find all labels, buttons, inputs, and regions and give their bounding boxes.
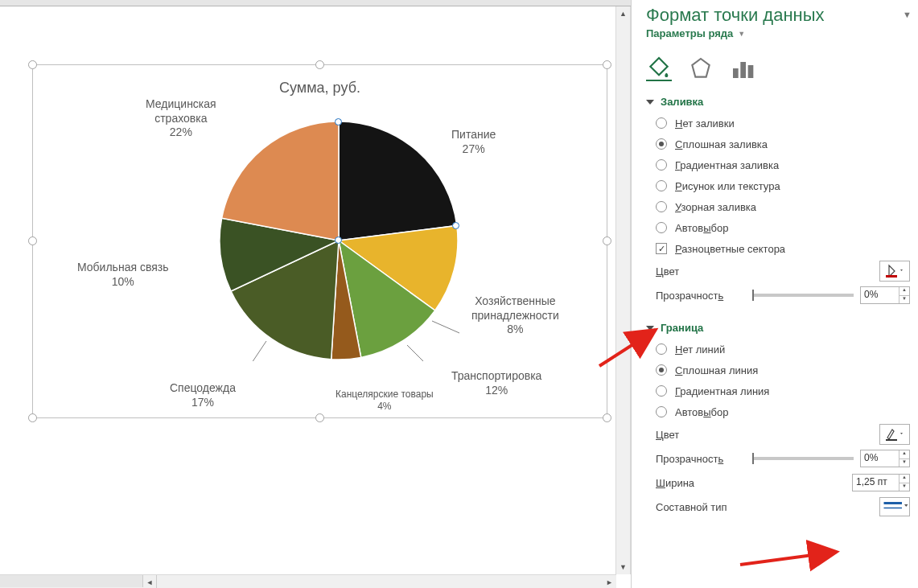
radio-icon: [656, 117, 667, 129]
spin-up[interactable]: ▲: [899, 475, 909, 483]
radio-fill-none[interactable]: Нет заливки: [656, 113, 910, 134]
data-label-hoz[interactable]: Хозяйственные принадлежности 8%: [471, 294, 559, 337]
fill-transparency-row: Прозрачность 0% ▲▼: [656, 283, 910, 307]
chart-object[interactable]: Сумма, руб.: [32, 64, 607, 418]
pie-slice-pitanie[interactable]: [339, 121, 457, 241]
resize-handle-br[interactable]: [603, 413, 611, 422]
spinner-value: 1,25 пт: [853, 475, 899, 491]
slice-handle-center[interactable]: [335, 236, 342, 244]
radio-icon: [656, 222, 667, 233]
spin-down[interactable]: ▼: [899, 483, 909, 491]
svg-rect-9: [886, 439, 897, 441]
svg-rect-8: [886, 275, 897, 278]
radio-fill-solid[interactable]: Сплошная заливка: [656, 134, 910, 154]
data-label-spec[interactable]: Спецодежда 17%: [170, 381, 236, 409]
spin-down[interactable]: ▼: [899, 296, 909, 304]
radio-border-solid[interactable]: Сплошная линия: [656, 360, 910, 380]
data-label-text: Транспортировка: [451, 369, 541, 384]
data-label-pct: 17%: [170, 396, 236, 410]
svg-rect-7: [748, 65, 754, 78]
data-label-pitanie[interactable]: Питание 27%: [451, 128, 496, 156]
scroll-down-arrow[interactable]: ▼: [616, 560, 630, 574]
data-label-trans[interactable]: Транспортировка 12%: [451, 369, 541, 397]
scroll-up-arrow[interactable]: ▲: [616, 6, 630, 21]
border-width-spinner[interactable]: 1,25 пт ▲▼: [852, 474, 910, 491]
radio-fill-pattern[interactable]: Узорная заливка: [656, 196, 910, 217]
pane-options-icon[interactable]: ▼: [903, 10, 912, 19]
data-label-pct: 10%: [77, 275, 168, 290]
fill-color-picker[interactable]: [879, 261, 910, 282]
radio-fill-auto[interactable]: Автовыбор: [656, 217, 910, 238]
svg-rect-6: [740, 62, 746, 78]
spin-up[interactable]: ▲: [899, 450, 909, 459]
resize-handle-tl[interactable]: [28, 60, 37, 69]
resize-handle-tm[interactable]: [315, 60, 324, 69]
svg-marker-4: [692, 59, 709, 77]
radio-icon: [656, 201, 667, 212]
section-fill-header[interactable]: Заливка: [646, 96, 910, 108]
border-color-picker[interactable]: [879, 424, 910, 445]
radio-icon: [656, 385, 667, 397]
data-label-text2: принадлежности: [471, 309, 559, 323]
vertical-scrollbar[interactable]: ▲ ▼: [615, 6, 631, 574]
fill-options: Нет заливки Сплошная заливка Градиентная…: [656, 113, 910, 259]
compound-type-picker[interactable]: [879, 497, 910, 516]
border-transparency-slider[interactable]: [752, 457, 854, 460]
data-label-text: Спецодежда: [170, 381, 236, 396]
chart-title[interactable]: Сумма, руб.: [279, 80, 360, 97]
svg-rect-5: [733, 68, 739, 78]
slice-handle-top[interactable]: [335, 118, 342, 125]
checkbox-icon: ✓: [656, 243, 667, 254]
data-label-med[interactable]: Медицинская страховка 22%: [146, 97, 216, 140]
series-options-label: Параметры ряда: [646, 27, 733, 39]
radio-border-auto[interactable]: Автовыбор: [656, 401, 910, 422]
radio-border-gradient[interactable]: Градиентная линия: [656, 380, 910, 401]
compound-label: Составной тип: [656, 501, 752, 513]
worksheet-area: Сумма, руб.: [0, 0, 631, 588]
data-label-text: Мобильная связь: [77, 261, 168, 275]
pie-plot-area[interactable]: [218, 120, 459, 361]
series-options-dropdown[interactable]: Параметры ряда ▼: [646, 27, 745, 39]
radio-icon: [656, 180, 667, 191]
radio-fill-gradient[interactable]: Градиентная заливка: [656, 154, 910, 175]
resize-handle-bl[interactable]: [28, 413, 37, 422]
data-label-text2: страховка: [146, 112, 216, 126]
collapse-icon: [646, 326, 654, 331]
collapse-icon: [646, 100, 654, 105]
tab-series-options[interactable]: [730, 56, 755, 81]
data-label-mob[interactable]: Мобильная связь 10%: [77, 261, 168, 289]
section-border-label: Граница: [661, 322, 703, 334]
data-label-pct: 22%: [146, 125, 216, 140]
tab-fill-line[interactable]: [646, 56, 672, 81]
radio-border-none[interactable]: Нет линий: [656, 339, 910, 360]
horizontal-scrollbar[interactable]: ◄ ►: [0, 574, 616, 588]
svg-line-0: [432, 321, 459, 333]
scroll-left-arrow[interactable]: ◄: [143, 575, 157, 588]
fill-transparency-spinner[interactable]: 0% ▲▼: [860, 286, 910, 304]
data-label-kanc[interactable]: Канцелярские товары 4%: [336, 389, 434, 413]
resize-handle-tr[interactable]: [603, 60, 611, 69]
radio-icon: [656, 364, 667, 376]
section-border-header[interactable]: Граница: [646, 322, 910, 334]
checkbox-vary-colors[interactable]: ✓ Разноцветные сектора: [656, 238, 910, 259]
scroll-right-arrow[interactable]: ►: [603, 575, 616, 588]
radio-fill-picture[interactable]: Рисунок или текстура: [656, 175, 910, 196]
tab-effects[interactable]: [688, 56, 714, 81]
chevron-down-icon: ▼: [738, 30, 745, 38]
resize-handle-bm[interactable]: [315, 413, 324, 422]
resize-handle-ml[interactable]: [28, 236, 37, 245]
slice-handle-end[interactable]: [452, 222, 459, 229]
border-width-row: Ширина 1,25 пт ▲▼: [656, 471, 910, 495]
border-transparency-spinner[interactable]: 0% ▲▼: [860, 450, 910, 467]
fill-transparency-slider[interactable]: [752, 294, 854, 297]
spin-down[interactable]: ▼: [899, 459, 909, 467]
border-options: Нет линий Сплошная линия Градиентная лин…: [656, 339, 910, 422]
spin-up[interactable]: ▲: [899, 287, 909, 296]
spinner-value: 0%: [861, 287, 899, 303]
pane-tabs: [646, 56, 910, 81]
sheet-tab-strip[interactable]: [0, 575, 143, 587]
hscroll-track[interactable]: [158, 575, 602, 587]
spinner-value: 0%: [861, 450, 899, 467]
resize-handle-mr[interactable]: [603, 236, 611, 245]
border-compound-row: Составной тип: [656, 495, 910, 519]
